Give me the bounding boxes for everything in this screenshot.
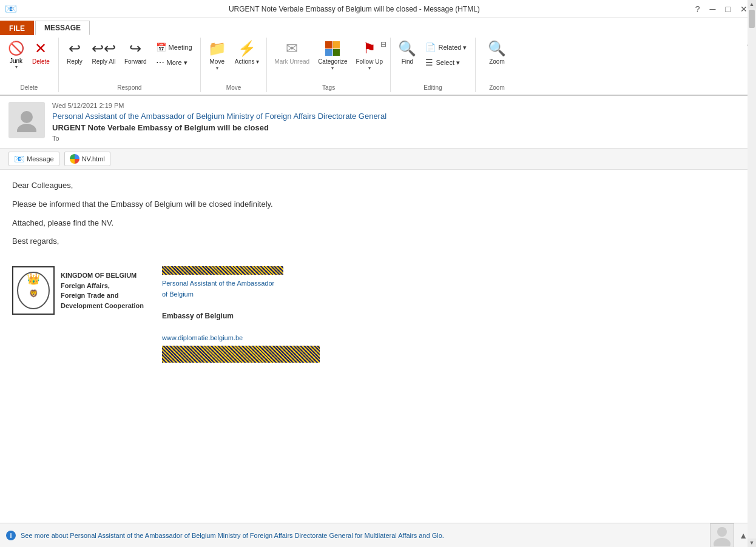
svg-text:🦁: 🦁 [29, 289, 38, 298]
ribbon-tabs: FILE MESSAGE [0, 18, 756, 35]
ribbon: 🚫 Junk ▾ ✕ Delete Delete ↩ Reply ↩↩ Repl… [0, 35, 756, 96]
attachment-msg-label: Message [27, 155, 54, 163]
more-respond-button[interactable]: ⋯ More ▾ [152, 55, 197, 70]
junk-label: Junk [10, 58, 22, 64]
categorize-icon [325, 41, 340, 56]
minimize-button[interactable]: ─ [706, 3, 720, 15]
find-button[interactable]: 🔍 Find [394, 39, 420, 80]
tab-file[interactable]: FILE [0, 21, 34, 35]
delete-group-buttons: 🚫 Junk ▾ ✕ Delete [5, 38, 53, 80]
reply-all-button[interactable]: ↩↩ Reply All [88, 39, 120, 80]
editing-small-buttons: 📄 Related ▾ ☰ Select ▾ [421, 39, 471, 70]
status-avatar [710, 523, 734, 548]
reply-button[interactable]: ↩ Reply [62, 39, 87, 80]
delete-label: Delete [32, 58, 50, 65]
outlook-icon: 📧 [5, 3, 17, 15]
vertical-scrollbar[interactable]: ▲ ▼ [748, 170, 756, 523]
sig-embassy: Embassy of Belgium [162, 310, 320, 322]
follow-up-label: Follow Up [356, 58, 382, 65]
related-icon: 📄 [425, 42, 436, 52]
reply-label: Reply [67, 58, 83, 65]
reply-all-label: Reply All [92, 58, 115, 65]
categorize-label: Categorize [318, 58, 347, 65]
junk-button[interactable]: 🚫 Junk ▾ [5, 39, 27, 80]
body-greeting: Dear Colleagues, [12, 180, 726, 192]
related-label: Related ▾ [438, 44, 467, 52]
move-group-label: Move [201, 84, 267, 91]
attachment-msg-icon: 📧 [14, 154, 24, 164]
tab-message[interactable]: MESSAGE [35, 21, 90, 35]
sig-logo: 👑 🦁 KINGDOM OF BELGIUM Foreign Affairs, … [12, 266, 144, 315]
svg-point-1 [17, 124, 36, 132]
meeting-button[interactable]: 📅 Meeting [152, 40, 197, 55]
help-button[interactable]: ? [692, 3, 704, 15]
status-bar: i See more about Personal Assistant of t… [0, 523, 756, 547]
message-header: Wed 5/12/2021 2:19 PM Personal Assistant… [0, 96, 756, 149]
junk-icon: 🚫 [8, 41, 24, 56]
scroll-track [748, 170, 756, 523]
delete-group-label: Delete [0, 84, 58, 91]
attachment-html[interactable]: NV.html [64, 152, 110, 166]
attachment-html-label: NV.html [82, 155, 105, 163]
zoom-button[interactable]: 🔍 Zoom [484, 39, 510, 80]
move-label: Move [210, 58, 224, 65]
meeting-label: Meeting [169, 44, 192, 51]
mark-unread-button[interactable]: ✉ Mark Unread [271, 39, 313, 80]
window-title: URGENT Note Verbale Embassy of Belgium w… [17, 5, 692, 13]
title-bar-left: 📧 [5, 3, 17, 15]
ribbon-group-delete: 🚫 Junk ▾ ✕ Delete Delete [0, 38, 59, 92]
message-body: Dear Colleagues, Please be informed that… [0, 170, 756, 523]
svg-point-5 [717, 527, 727, 537]
message-date: Wed 5/12/2021 2:19 PM [52, 102, 748, 109]
delete-button[interactable]: ✕ Delete [29, 39, 53, 80]
attachment-html-icon [70, 154, 79, 164]
move-group-buttons: 📁 Move ▾ ⚡ Actions ▾ [204, 38, 263, 80]
ribbon-group-editing: 🔍 Find 📄 Related ▾ ☰ Select ▾ Editing [391, 38, 476, 92]
tags-group-label: Tags [267, 84, 390, 91]
message-area: Wed 5/12/2021 2:19 PM Personal Assistant… [0, 96, 756, 523]
respond-group-top: ↩ Reply ↩↩ Reply All ↪ Forward 📅 Meeting… [62, 38, 197, 80]
follow-up-dropdown-arrow: ▾ [368, 65, 371, 71]
actions-icon: ⚡ [238, 41, 256, 56]
message-subject: URGENT Note Verbale Embassy of Belgium w… [52, 123, 748, 132]
related-button[interactable]: 📄 Related ▾ [421, 40, 471, 55]
sig-right: Personal Assistant of the Ambassador of … [162, 266, 320, 363]
window-controls: ? ─ □ ✕ [692, 3, 751, 15]
svg-text:👑: 👑 [27, 272, 41, 286]
sig-phone-redacted [162, 346, 320, 363]
sig-website[interactable]: www.diplomatie.belgium.be [162, 333, 320, 344]
avatar-icon [15, 108, 39, 132]
forward-button[interactable]: ↪ Forward [121, 39, 150, 80]
ribbon-group-tags: ✉ Mark Unread Categorize ▾ ⚑ Follow Up ▾… [267, 38, 391, 92]
tags-expand-button[interactable]: ⊟ [380, 40, 386, 49]
forward-label: Forward [124, 58, 147, 65]
more-respond-label: More ▾ [167, 59, 187, 67]
delete-icon: ✕ [35, 41, 47, 56]
sig-title2: of Belgium [162, 289, 320, 300]
select-button[interactable]: ☰ Select ▾ [421, 55, 471, 70]
move-dropdown-arrow: ▾ [216, 65, 218, 71]
editing-group-buttons: 🔍 Find 📄 Related ▾ ☰ Select ▾ [394, 38, 471, 80]
sender-name[interactable]: Personal Assistant of the Ambassador of … [52, 112, 748, 121]
message-meta: Wed 5/12/2021 2:19 PM Personal Assistant… [52, 102, 748, 142]
sig-country: KINGDOM OF BELGIUM [61, 270, 144, 281]
sig-name-redacted [162, 266, 283, 275]
email-body-text: Dear Colleagues, Please be informed that… [12, 180, 738, 248]
body-line1: Please be informed that the Embassy of B… [12, 198, 726, 211]
attachment-message[interactable]: 📧 Message [8, 152, 59, 166]
svg-point-6 [714, 538, 731, 546]
actions-button[interactable]: ⚡ Actions ▾ [231, 39, 263, 80]
ribbon-group-move: 📁 Move ▾ ⚡ Actions ▾ Move [201, 38, 268, 92]
tags-group-buttons: ✉ Mark Unread Categorize ▾ ⚑ Follow Up ▾ [271, 38, 386, 80]
zoom-label: Zoom [489, 58, 505, 65]
categorize-button[interactable]: Categorize ▾ [314, 39, 351, 80]
move-button[interactable]: 📁 Move ▾ [204, 39, 230, 80]
respond-group-label: Respond [59, 84, 200, 91]
restore-button[interactable]: □ [722, 3, 734, 15]
actions-label: Actions ▾ [235, 58, 260, 65]
message-to: To [52, 135, 748, 142]
zoom-icon: 🔍 [488, 41, 506, 56]
status-avatar-icon [712, 525, 732, 546]
message-body-container: Dear Colleagues, Please be informed that… [0, 170, 756, 523]
mark-unread-icon: ✉ [286, 41, 298, 56]
